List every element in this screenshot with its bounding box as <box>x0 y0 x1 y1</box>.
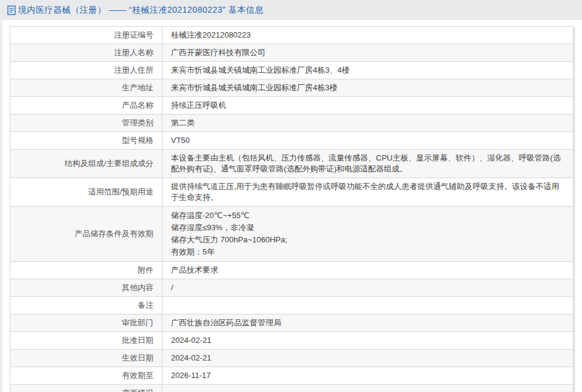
row-value: 2024-02-21 <box>162 350 574 367</box>
row-value-text <box>171 388 173 392</box>
table-row: 备注 <box>10 297 574 314</box>
row-label-text: 产品名称 <box>122 101 153 110</box>
row-label: 适用范围/预期用途 <box>10 178 162 207</box>
row-value: 2026-11-17 <box>162 367 574 385</box>
table-row: 其他内容/ <box>10 279 574 297</box>
table-row: 生效日期2024-02-21 <box>10 350 574 367</box>
row-label-text: 审批部门 <box>122 318 153 327</box>
row-value-line: 储存湿度≤93%，非冷凝 <box>171 222 564 234</box>
row-value: 来宾市忻城县城关镇城南工业园标准厂房4栋3、4楼 <box>162 62 574 79</box>
table-row: 产品储存条件及有效期储存温度-20℃~+55℃储存湿度≤93%，非冷凝储存大气压… <box>10 207 574 262</box>
row-label: 生效日期 <box>10 350 162 367</box>
row-value-text: 第二类 <box>171 118 195 127</box>
row-value-text: 来宾市忻城县城关镇城南工业园标准厂房4栋3楼 <box>171 83 337 92</box>
row-label-text: 生效日期 <box>122 353 153 362</box>
table-row: 生产地址来宾市忻城县城关镇城南工业园标准厂房4栋3楼 <box>10 79 574 97</box>
row-label-text: 批准日期 <box>122 336 153 345</box>
page-header: 境内医疗器械（注册） —— “桂械注准20212080223” 基本信息 <box>0 0 582 20</box>
registration-info-table: 注册证编号桂械注准20212080223注册人名称广西开蒙医疗科技有限公司注册人… <box>10 26 574 392</box>
row-value-text: 2026-11-17 <box>171 371 211 380</box>
row-value-line: 储存温度-20℃~+55℃ <box>171 210 564 222</box>
row-label-text: 注册人住所 <box>114 65 153 75</box>
row-label: 审批部门 <box>10 314 162 332</box>
row-label: 批准日期 <box>10 332 162 350</box>
row-label-text: 注册人名称 <box>114 48 153 57</box>
row-value-text: 持续正压呼吸机 <box>171 101 226 110</box>
row-value-text: 提供持续气道正压,用于为患有睡眠呼吸暂停或呼吸功能不全的成人患者提供通气辅助及呼… <box>171 182 560 202</box>
row-label: 附件 <box>10 262 162 279</box>
row-label-text: 其他内容 <box>122 283 153 292</box>
row-value-line: 有效期：5年 <box>171 246 564 258</box>
row-value: 持续正压呼吸机 <box>162 97 574 115</box>
row-label: 产品储存条件及有效期 <box>10 207 162 262</box>
row-value-text: 广西壮族自治区药品监督管理局 <box>171 318 281 327</box>
row-label: 注册人名称 <box>10 44 162 62</box>
row-value: 2024-02-21 <box>162 332 574 350</box>
row-value <box>162 297 574 314</box>
registration-table-body: 注册证编号桂械注准20212080223注册人名称广西开蒙医疗科技有限公司注册人… <box>10 27 574 392</box>
row-value: 桂械注准20212080223 <box>162 27 574 44</box>
row-value-text: 桂械注准20212080223 <box>171 30 251 39</box>
table-row: 适用范围/预期用途提供持续气道正压,用于为患有睡眠呼吸暂停或呼吸功能不全的成人患… <box>10 178 574 207</box>
table-row: 变更情况 <box>10 385 574 392</box>
row-value: 产品技术要求 <box>162 262 574 279</box>
table-row: 型号规格VT50 <box>10 132 574 150</box>
table-row: 批准日期2024-02-21 <box>10 332 574 350</box>
registration-info-panel: 注册证编号桂械注准20212080223注册人名称广西开蒙医疗科技有限公司注册人… <box>10 26 574 392</box>
row-value-line: 储存大气压力 700hPa~1060HPa; <box>171 234 564 246</box>
row-label: 管理类别 <box>10 115 162 132</box>
table-row: 结构及组成/主要组成成分本设备主要由主机（包括风机、压力传感器、流量传感器、CP… <box>10 150 574 178</box>
row-label: 产品名称 <box>10 97 162 115</box>
row-label: 注册证编号 <box>10 27 162 44</box>
row-label: 生产地址 <box>10 79 162 97</box>
row-value: VT50 <box>162 132 574 150</box>
table-row: 注册人名称广西开蒙医疗科技有限公司 <box>10 44 574 62</box>
row-value: 储存温度-20℃~+55℃储存湿度≤93%，非冷凝储存大气压力 700hPa~1… <box>162 207 574 262</box>
row-value: 第二类 <box>162 115 574 132</box>
page-left-edge <box>0 0 2 392</box>
row-label-text: 有效期至 <box>122 371 153 380</box>
table-row: 附件产品技术要求 <box>10 262 574 279</box>
row-value-text: / <box>171 283 173 292</box>
row-label: 结构及组成/主要组成成分 <box>10 150 162 178</box>
row-label-text: 适用范围/预期用途 <box>88 187 153 196</box>
row-value: 本设备主要由主机（包括风机、压力传感器、流量传感器、CPU主板、显示屏幕、软件）… <box>162 150 574 178</box>
row-value-text: VT50 <box>171 136 190 145</box>
row-value-text: 来宾市忻城县城关镇城南工业园标准厂房4栋3、4楼 <box>171 65 350 75</box>
table-row: 注册证编号桂械注准20212080223 <box>10 27 574 44</box>
row-label-text: 变更情况 <box>122 388 153 392</box>
page-title: 境内医疗器械（注册） —— “桂械注准20212080223” 基本信息 <box>18 5 264 16</box>
row-label-text: 产品储存条件及有效期 <box>75 229 153 238</box>
row-label-text: 生产地址 <box>122 83 153 92</box>
row-value: 广西开蒙医疗科技有限公司 <box>162 44 574 62</box>
row-value: 广西壮族自治区药品监督管理局 <box>162 314 574 332</box>
row-label: 备注 <box>10 297 162 314</box>
row-label: 注册人住所 <box>10 62 162 79</box>
row-label-text: 附件 <box>138 265 153 274</box>
row-label: 型号规格 <box>10 132 162 150</box>
table-row: 产品名称持续正压呼吸机 <box>10 97 574 115</box>
table-row: 有效期至2026-11-17 <box>10 367 574 385</box>
row-value: 来宾市忻城县城关镇城南工业园标准厂房4栋3楼 <box>162 79 574 97</box>
table-row: 管理类别第二类 <box>10 115 574 132</box>
row-value-text: 广西开蒙医疗科技有限公司 <box>171 48 266 57</box>
document-icon <box>7 5 16 15</box>
row-value-text: 2024-02-21 <box>171 353 212 362</box>
row-value-text: 2024-02-21 <box>171 336 212 345</box>
row-label: 有效期至 <box>10 367 162 385</box>
table-row: 审批部门广西壮族自治区药品监督管理局 <box>10 314 574 332</box>
row-label: 变更情况 <box>10 385 162 392</box>
row-label-text: 结构及组成/主要组成成分 <box>64 159 153 168</box>
row-label-text: 备注 <box>138 301 153 310</box>
row-value: / <box>162 279 574 297</box>
row-label-text: 管理类别 <box>122 118 153 127</box>
row-value-text <box>171 301 173 310</box>
table-row: 注册人住所来宾市忻城县城关镇城南工业园标准厂房4栋3、4楼 <box>10 62 574 79</box>
row-label: 其他内容 <box>10 279 162 297</box>
row-label-text: 注册证编号 <box>114 30 153 39</box>
row-value <box>162 385 574 392</box>
row-value-text: 本设备主要由主机（包括风机、压力传感器、流量传感器、CPU主板、显示屏幕、软件）… <box>171 153 561 173</box>
row-label-text: 型号规格 <box>122 136 153 145</box>
row-value-text: 产品技术要求 <box>171 265 218 274</box>
row-value: 提供持续气道正压,用于为患有睡眠呼吸暂停或呼吸功能不全的成人患者提供通气辅助及呼… <box>162 178 574 207</box>
